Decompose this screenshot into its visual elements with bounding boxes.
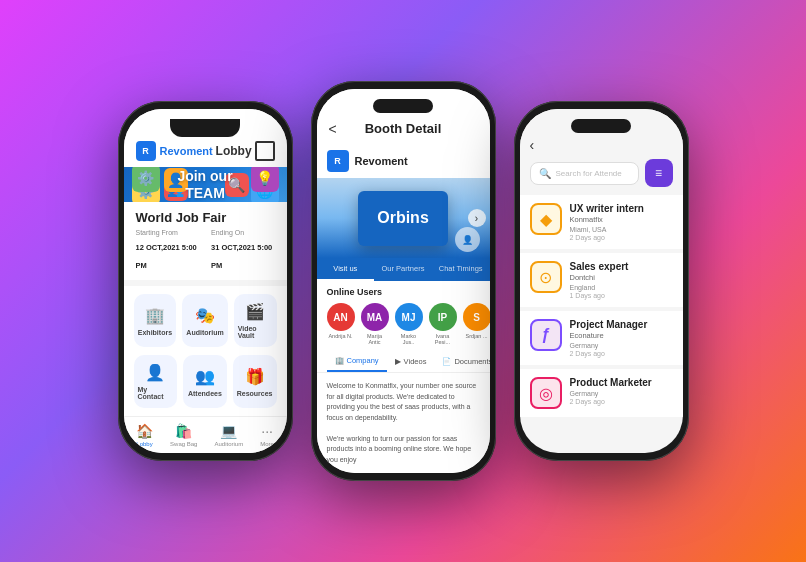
nav-video-vault[interactable]: 🎬 Video Vault bbox=[234, 294, 277, 347]
avatar-item-0: AN Andrija N. bbox=[327, 303, 355, 339]
p2-brand-name: Revoment bbox=[355, 155, 408, 167]
bottom-nav-more[interactable]: ··· More bbox=[260, 423, 274, 447]
starting-label: Starting From bbox=[136, 229, 200, 236]
ux-writer-info: UX writer intern Konmatfix Miami, USA 2 … bbox=[570, 203, 673, 241]
sales-expert-logo: ⊙ bbox=[530, 261, 562, 293]
phone-2-screen: < Booth Detail R Revoment ‹ bbox=[317, 89, 490, 473]
starting-date-block: Starting From 12 OCT,2021 5:00 PM bbox=[136, 229, 200, 272]
project-manager-location: Germany bbox=[570, 342, 673, 349]
more-nav-label: More bbox=[260, 441, 274, 447]
exhibitors-label: Exhibitors bbox=[138, 329, 172, 336]
phone-3-screen: ‹ 🔍 Search for Attende ≡ bbox=[520, 109, 683, 453]
ending-date: 31 OCT,2021 5:00 PM bbox=[211, 243, 272, 270]
p2-back-button[interactable]: < bbox=[329, 121, 337, 137]
p3-card-sales-expert[interactable]: ⊙ Sales expert Dontchi England 1 Days ag… bbox=[520, 253, 683, 307]
qr-icon[interactable] bbox=[255, 141, 275, 161]
content-tab-videos[interactable]: ▶ Videos bbox=[387, 351, 435, 372]
nav-my-contact[interactable]: 👤 My Contact bbox=[134, 355, 178, 408]
p2-header: < Booth Detail bbox=[317, 89, 490, 144]
ux-writer-title: UX writer intern bbox=[570, 203, 673, 214]
p2-content-tabs: 🏢 Company ▶ Videos 📄 Documents bbox=[317, 351, 490, 373]
booth-person: 👤 bbox=[455, 227, 480, 252]
tab-our-partners[interactable]: Our Partners bbox=[374, 258, 432, 281]
filter-button[interactable]: ≡ bbox=[645, 159, 673, 187]
p1-screen: R Revoment Lobby ⚙️ 👥 🌐 ⚙️ 👤 bbox=[124, 109, 287, 453]
nav-auditorium[interactable]: 🎭 Auditorium bbox=[182, 294, 227, 347]
avatar-item-1: MA Marija Antic bbox=[361, 303, 389, 345]
avatar-circle-4: S bbox=[463, 303, 490, 331]
p2-header-title: Booth Detail bbox=[365, 121, 442, 136]
p3-search-row: 🔍 Search for Attende ≡ bbox=[530, 159, 673, 187]
ux-writer-logo-icon: ◆ bbox=[540, 210, 552, 229]
my-contact-icon: 👤 bbox=[145, 363, 165, 382]
revoment-logo-icon: R bbox=[136, 141, 156, 161]
booth-logo-text: Orbins bbox=[377, 209, 429, 227]
p2-brand-logo: R bbox=[327, 150, 349, 172]
tab-visit-us[interactable]: Visit us bbox=[317, 258, 375, 281]
sales-expert-title: Sales expert bbox=[570, 261, 673, 272]
sales-expert-location: England bbox=[570, 284, 673, 291]
exhibitors-icon: 🏢 bbox=[145, 306, 165, 325]
bottom-nav-auditorium[interactable]: 💻 Auditorium bbox=[215, 423, 244, 447]
tab-chat-timings[interactable]: Chat Timings bbox=[432, 258, 490, 281]
resources-icon: 🎁 bbox=[245, 367, 265, 386]
avatar-item-4: S Srdjan ... bbox=[463, 303, 490, 339]
p2-screen: < Booth Detail R Revoment ‹ bbox=[317, 89, 490, 473]
sales-expert-info: Sales expert Dontchi England 1 Days ago bbox=[570, 261, 673, 299]
project-manager-logo-icon: ƒ bbox=[541, 326, 550, 344]
avatar-circle-2: MJ bbox=[395, 303, 423, 331]
sales-expert-time: 1 Days ago bbox=[570, 292, 673, 299]
ux-writer-logo: ◆ bbox=[530, 203, 562, 235]
p1-logo: R Revoment bbox=[136, 141, 213, 161]
p1-nav-grid-row1: 🏢 Exhibitors 🎭 Auditorium 🎬 Video Vault bbox=[124, 286, 287, 355]
p1-bottom-nav: 🏠 Lobby 🛍️ Swag Bag 💻 Auditorium ··· Mor… bbox=[124, 416, 287, 453]
carousel-right-arrow[interactable]: › bbox=[468, 209, 486, 227]
ux-writer-company: Konmatfix bbox=[570, 215, 673, 224]
hero-text: Join our TEAM bbox=[177, 168, 232, 202]
avatar-name-0: Andrija N. bbox=[328, 333, 352, 339]
avatar-item-3: IP Ivana Pesi... bbox=[429, 303, 457, 345]
booth-bg: Orbins 👤 bbox=[317, 178, 490, 258]
auditorium-icon: 🎭 bbox=[195, 306, 215, 325]
hero-line1: Join our bbox=[177, 168, 232, 185]
p3-card-project-manager[interactable]: ƒ Project Manager Econature Germany 2 Da… bbox=[520, 311, 683, 365]
p3-card-product-marketer[interactable]: ◎ Product Marketer Germany 2 Days ago bbox=[520, 369, 683, 417]
p1-dates: Starting From 12 OCT,2021 5:00 PM Ending… bbox=[136, 229, 275, 272]
phone-2-dynamic-island bbox=[373, 99, 433, 113]
search-icon: 🔍 bbox=[539, 168, 551, 179]
filter-icon: ≡ bbox=[655, 166, 662, 180]
hero-box-4: ⚙️ bbox=[132, 167, 160, 192]
sales-expert-logo-icon: ⊙ bbox=[539, 268, 552, 287]
nav-attendees[interactable]: 👥 Attendees bbox=[183, 355, 227, 408]
nav-exhibitors[interactable]: 🏢 Exhibitors bbox=[134, 294, 177, 347]
p2-online-section: Online Users AN Andrija N. MA Marija Ant… bbox=[317, 281, 490, 351]
p3-cards-list: ◆ UX writer intern Konmatfix Miami, USA … bbox=[520, 195, 683, 453]
nav-resources[interactable]: 🎁 Resources bbox=[233, 355, 277, 408]
bottom-nav-lobby[interactable]: 🏠 Lobby bbox=[136, 423, 153, 447]
p2-body: R Revoment ‹ Orbins 👤 › bbox=[317, 144, 490, 473]
project-manager-info: Project Manager Econature Germany 2 Days… bbox=[570, 319, 673, 357]
attendees-icon: 👥 bbox=[195, 367, 215, 386]
product-marketer-logo: ◎ bbox=[530, 377, 562, 409]
p3-card-ux-writer[interactable]: ◆ UX writer intern Konmatfix Miami, USA … bbox=[520, 195, 683, 249]
avatar-name-4: Srdjan ... bbox=[465, 333, 487, 339]
p3-screen: ‹ 🔍 Search for Attende ≡ bbox=[520, 109, 683, 453]
project-manager-logo: ƒ bbox=[530, 319, 562, 351]
phone-3-dynamic-island bbox=[571, 119, 631, 133]
bottom-nav-swag-bag[interactable]: 🛍️ Swag Bag bbox=[170, 423, 197, 447]
p1-brand-name: Revoment bbox=[160, 145, 213, 157]
p3-search-bar[interactable]: 🔍 Search for Attende bbox=[530, 162, 639, 185]
content-tab-documents[interactable]: 📄 Documents bbox=[434, 351, 489, 372]
ending-label: Ending On bbox=[211, 229, 275, 236]
content-tab-company[interactable]: 🏢 Company bbox=[327, 351, 387, 372]
booth-display: Orbins bbox=[358, 191, 448, 246]
ux-writer-location: Miami, USA bbox=[570, 226, 673, 233]
lobby-nav-icon: 🏠 bbox=[136, 423, 153, 439]
p2-online-users-title: Online Users bbox=[327, 287, 480, 297]
avatar-name-2: Marko Jus.. bbox=[395, 333, 423, 345]
p2-brand-row: R Revoment bbox=[317, 144, 490, 178]
project-manager-company: Econature bbox=[570, 331, 673, 340]
attendees-label: Attendees bbox=[188, 390, 222, 397]
hero-box-6: 💡 bbox=[251, 167, 279, 192]
p3-back-button[interactable]: ‹ bbox=[530, 137, 673, 153]
